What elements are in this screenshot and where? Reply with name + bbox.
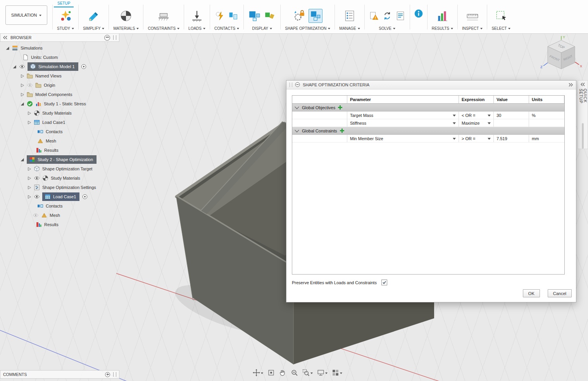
orbit-pan-button[interactable] <box>253 369 263 376</box>
activate-radio-icon[interactable] <box>81 64 87 70</box>
workspace-switcher-button[interactable]: SIMULATION <box>5 5 47 25</box>
expand-arrow-icon[interactable] <box>20 158 24 162</box>
shape-optimization-menu[interactable]: SHAPE OPTIMIZATION <box>285 26 330 31</box>
collapsed-arrow-icon[interactable] <box>27 195 31 199</box>
automatic-contacts-button[interactable] <box>215 10 225 22</box>
zoom-window-button[interactable] <box>302 369 313 376</box>
loads-menu[interactable]: LOADS <box>188 26 205 31</box>
tree-item-study1-results[interactable]: Results <box>0 146 128 155</box>
chevron-down-icon[interactable] <box>295 128 299 132</box>
tree-item-shape-optimization-settings[interactable]: Shape Optimization Settings <box>0 183 128 192</box>
expression-dropdown[interactable]: Maximize <box>459 119 494 127</box>
collapsed-arrow-icon[interactable] <box>27 120 31 125</box>
manage-contacts-button[interactable] <box>228 10 238 22</box>
eye-icon[interactable] <box>34 175 40 181</box>
tree-item-simulation-model-1[interactable]: Simulation Model 1 <box>0 62 128 71</box>
tree-item-study1-load-case[interactable]: Load Case1 <box>0 118 128 127</box>
ok-button[interactable]: OK <box>523 289 540 297</box>
chevron-down-icon[interactable] <box>295 105 299 109</box>
dialog-title-bar[interactable]: SHAPE OPTIMIZATION CRITERIA <box>286 81 576 89</box>
value-field[interactable]: 7.519 <box>494 135 529 142</box>
tree-item-shape-optimization-target[interactable]: Shape Optimization Target <box>0 164 128 173</box>
comments-panel-header[interactable]: COMMENTS <box>0 370 119 379</box>
tree-item-simulations[interactable]: Simulations <box>0 43 128 53</box>
add-constraint-button[interactable] <box>340 129 344 133</box>
display-compare-button[interactable] <box>264 10 276 22</box>
fit-view-button[interactable] <box>267 369 275 376</box>
solve-menu[interactable]: SOLVE <box>379 26 395 31</box>
solve-button[interactable] <box>382 10 392 22</box>
grid-layout-button[interactable] <box>332 369 342 376</box>
tree-item-study2-load-case[interactable]: Load Case1 <box>0 192 128 201</box>
manage-menu[interactable]: MANAGE <box>339 26 360 31</box>
shape-optimization-active-tool-button[interactable] <box>309 9 322 23</box>
eye-icon[interactable] <box>19 64 25 70</box>
results-menu[interactable]: RESULTS <box>432 26 453 31</box>
expression-dropdown[interactable]: < OR = <box>459 112 494 119</box>
pan-button[interactable] <box>279 369 286 376</box>
expand-arrow-icon[interactable] <box>12 65 17 69</box>
eye-hidden-icon[interactable] <box>33 212 39 218</box>
tree-item-study2-contacts[interactable]: Contacts <box>0 201 128 211</box>
collapse-left-icon[interactable] <box>3 36 7 39</box>
display-layout-button[interactable] <box>248 10 260 22</box>
collapse-circle-icon[interactable] <box>104 35 110 41</box>
collapsed-arrow-icon[interactable] <box>20 83 24 88</box>
tree-item-origin[interactable]: Origin <box>0 81 128 90</box>
inspect-menu[interactable]: INSPECT <box>462 26 483 31</box>
materials-menu[interactable]: MATERIALS <box>113 26 139 31</box>
results-button[interactable] <box>436 10 448 22</box>
expand-circle-icon[interactable] <box>105 372 110 377</box>
shape-optimization-criteria-button[interactable] <box>293 10 305 22</box>
eye-hidden-icon[interactable] <box>27 82 33 88</box>
tree-item-study-1[interactable]: Study 1 - Static Stress <box>0 99 128 108</box>
panel-drag-grip[interactable] <box>113 372 116 377</box>
collapse-circle-icon[interactable] <box>295 82 300 88</box>
collapsed-arrow-icon[interactable] <box>27 167 31 171</box>
loads-button[interactable] <box>191 10 203 22</box>
expression-dropdown[interactable]: > OR = <box>459 135 494 142</box>
info-button[interactable] <box>414 9 424 19</box>
expand-arrow-icon[interactable] <box>20 102 24 106</box>
tree-item-named-views[interactable]: Named Views <box>0 71 128 81</box>
select-menu[interactable]: SELECT <box>491 26 510 31</box>
tree-item-units[interactable]: Units: Custom <box>0 53 128 62</box>
collapse-left-icon[interactable] <box>581 82 585 86</box>
value-field[interactable]: 30 <box>494 112 529 119</box>
display-menu[interactable]: DISPLAY <box>252 26 272 31</box>
value-field[interactable] <box>494 119 529 127</box>
preserve-entities-checkbox[interactable] <box>381 280 387 285</box>
viewcube[interactable]: TOP FRONT RIGHT Y X Z <box>540 35 583 77</box>
tree-item-study2-results[interactable]: Results <box>0 220 128 229</box>
group-row-global-objectives[interactable]: Global Objectives <box>292 104 564 112</box>
pre-check-button[interactable] <box>369 10 379 22</box>
collapsed-arrow-icon[interactable] <box>20 93 24 97</box>
tree-item-study-2[interactable]: Study 2 - Shape Optimization <box>0 155 128 164</box>
parameter-dropdown[interactable]: Target Mass <box>347 112 459 119</box>
simplify-button[interactable] <box>88 10 100 22</box>
parameter-dropdown[interactable]: Min Member Size <box>347 135 459 142</box>
tree-item-study1-materials[interactable]: Study Materials <box>0 108 128 118</box>
eye-icon[interactable] <box>34 194 40 200</box>
collapsed-arrow-icon[interactable] <box>27 176 31 180</box>
activate-radio-icon[interactable] <box>82 194 88 200</box>
quick-setup-panel[interactable]: QUICK SETUP <box>578 80 588 149</box>
tree-item-study2-mesh[interactable]: Mesh <box>0 211 128 220</box>
selected-row-highlight[interactable]: Study 2 - Shape Optimization <box>27 155 97 164</box>
inspect-button[interactable] <box>466 10 479 22</box>
tree-item-study1-contacts[interactable]: Contacts <box>0 127 128 136</box>
tree-item-model-components[interactable]: Model Components <box>0 90 128 99</box>
add-objective-button[interactable] <box>338 105 342 110</box>
display-settings-button[interactable] <box>317 369 328 376</box>
materials-button[interactable] <box>120 10 132 22</box>
cancel-button[interactable]: Cancel <box>548 289 572 297</box>
panel-drag-grip[interactable] <box>113 35 116 40</box>
dialog-drag-grip[interactable] <box>290 82 292 87</box>
tab-setup[interactable]: SETUP <box>54 0 74 7</box>
select-button[interactable] <box>495 10 507 22</box>
browser-panel-header[interactable]: BROWSER <box>0 33 119 42</box>
tree-item-study2-materials[interactable]: Study Materials <box>0 173 128 183</box>
expand-arrow-icon[interactable] <box>5 46 10 50</box>
manage-button[interactable] <box>343 10 356 22</box>
constraints-button[interactable] <box>157 10 170 22</box>
